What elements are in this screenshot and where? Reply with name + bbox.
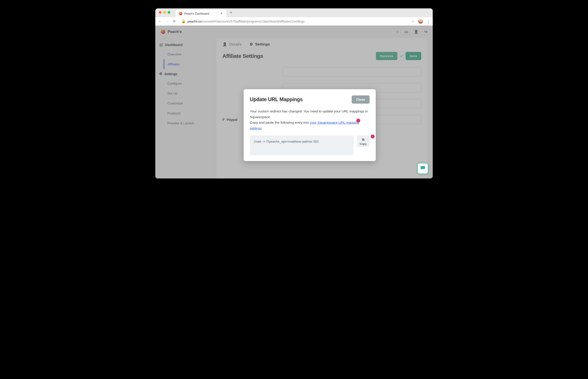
nav-back-button[interactable]: ← — [158, 19, 162, 23]
address-bar[interactable]: 🔒 peachs.co/console/#!/accounts/570/affi… — [179, 18, 408, 25]
profile-avatar-button[interactable] — [418, 19, 423, 24]
window-minimize-button[interactable] — [163, 11, 166, 14]
copy-icon — [362, 138, 365, 142]
browser-tab-title: Peach's Dashboard — [184, 12, 209, 15]
browser-tab-strip: 🍑 Peach's Dashboard × + — [155, 8, 433, 17]
app-viewport: 🍑 Peach's Dashboard Overview Affiliates — [155, 26, 433, 178]
chat-icon — [420, 165, 425, 172]
update-url-mappings-modal: Update URL Mappings Close Your custom re… — [244, 89, 376, 161]
copy-button-label: Copy — [360, 142, 366, 145]
window-close-button[interactable] — [159, 11, 161, 14]
modal-close-button[interactable]: Close — [352, 95, 369, 104]
copy-button[interactable]: Copy — [357, 135, 369, 147]
annotation-dot-1 — [356, 119, 360, 123]
new-tab-button[interactable]: + — [228, 10, 234, 15]
browser-tab[interactable]: 🍑 Peach's Dashboard × — [175, 10, 226, 17]
tab-close-button[interactable]: × — [220, 12, 223, 16]
browser-toolbar: ← → ⟳ 🔒 peachs.co/console/#!/accounts/57… — [155, 17, 433, 26]
browser-menu-button[interactable]: ⋮ — [426, 20, 430, 23]
bookmark-star-button[interactable]: ☆ — [411, 19, 415, 23]
peach-favicon-icon: 🍑 — [179, 12, 182, 15]
modal-body-line-1: Your custom redirect has changed. You ne… — [250, 109, 369, 120]
window-controls — [159, 11, 170, 14]
window-fullscreen-button[interactable] — [168, 11, 170, 14]
modal-title: Update URL Mappings — [250, 96, 303, 102]
url-mapping-code-box[interactable]: /matt -> /?peachs_apc=matthew-palmer 302 — [250, 135, 354, 155]
chat-fab-button[interactable] — [417, 163, 428, 174]
lock-icon: 🔒 — [181, 19, 185, 23]
browser-window: 🍑 Peach's Dashboard × + ← → ⟳ 🔒 peachs.c… — [155, 8, 433, 178]
nav-forward-button[interactable]: → — [165, 19, 169, 23]
modal-body-line-2: Copy and paste the following entry into … — [250, 120, 369, 131]
url-text: peachs.co/console/#!/accounts/570/affili… — [188, 20, 305, 23]
annotation-dot-2 — [371, 135, 375, 139]
nav-reload-button[interactable]: ⟳ — [172, 19, 176, 23]
